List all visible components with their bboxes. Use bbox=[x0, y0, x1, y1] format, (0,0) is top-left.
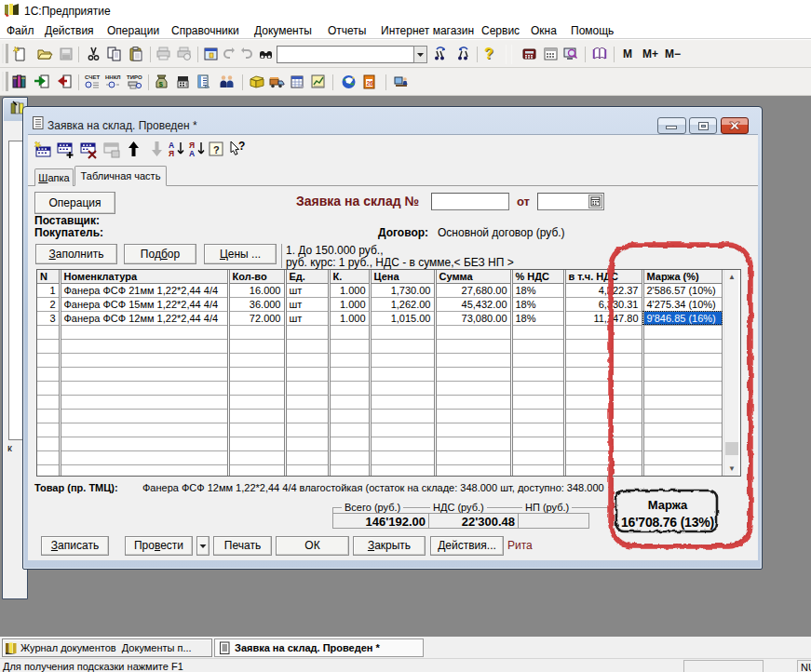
svg-text:СЧЕТ: СЧЕТ bbox=[85, 74, 100, 80]
svg-text:А: А bbox=[169, 141, 174, 150]
svg-text:?: ? bbox=[238, 140, 245, 153]
svg-text:ННКЛ: ННКЛ bbox=[105, 74, 121, 80]
svg-text:?: ? bbox=[213, 144, 220, 155]
svg-text:ТИРО: ТИРО bbox=[127, 74, 142, 80]
svg-text:Я: Я bbox=[169, 149, 174, 158]
svg-text:А: А bbox=[189, 149, 195, 158]
svg-text:$: $ bbox=[158, 80, 163, 88]
svg-text:26: 26 bbox=[367, 80, 374, 87]
svg-text:Я: Я bbox=[189, 141, 195, 150]
